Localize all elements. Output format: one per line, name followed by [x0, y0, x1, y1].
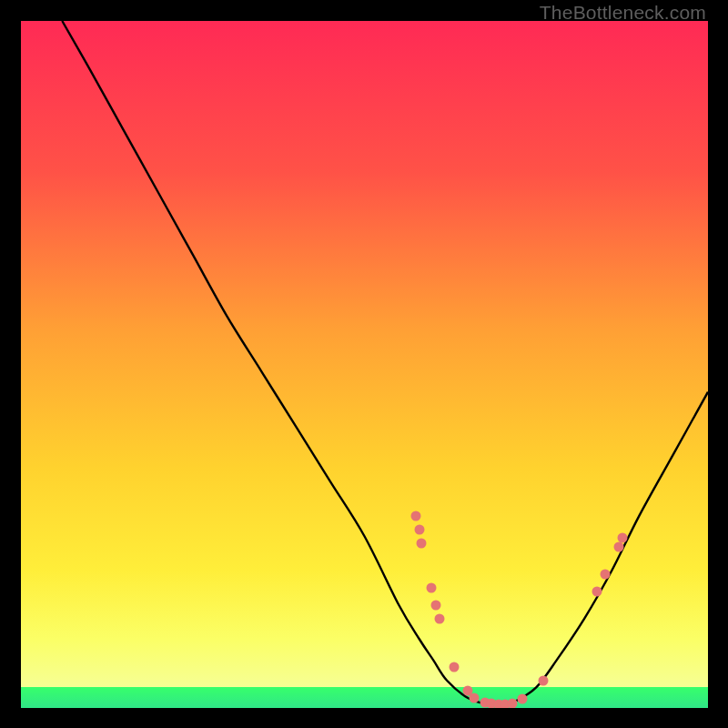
data-marker: [518, 694, 528, 704]
data-marker: [600, 569, 610, 579]
data-marker: [538, 675, 548, 685]
data-marker: [507, 698, 517, 708]
data-marker: [618, 532, 628, 542]
data-marker: [592, 586, 602, 596]
data-marker: [431, 600, 441, 610]
data-marker: [434, 613, 444, 623]
data-marker: [414, 524, 424, 534]
outer-frame: TheBottleneck.com: [0, 0, 728, 728]
data-marker: [470, 693, 480, 703]
data-marker: [411, 511, 421, 521]
data-marker: [427, 582, 437, 592]
data-marker: [417, 538, 427, 548]
bottleneck-curve: [62, 21, 708, 705]
data-marker: [613, 541, 623, 551]
curve-svg: [21, 21, 708, 708]
plot-area: [21, 21, 708, 708]
data-marker: [449, 662, 459, 672]
